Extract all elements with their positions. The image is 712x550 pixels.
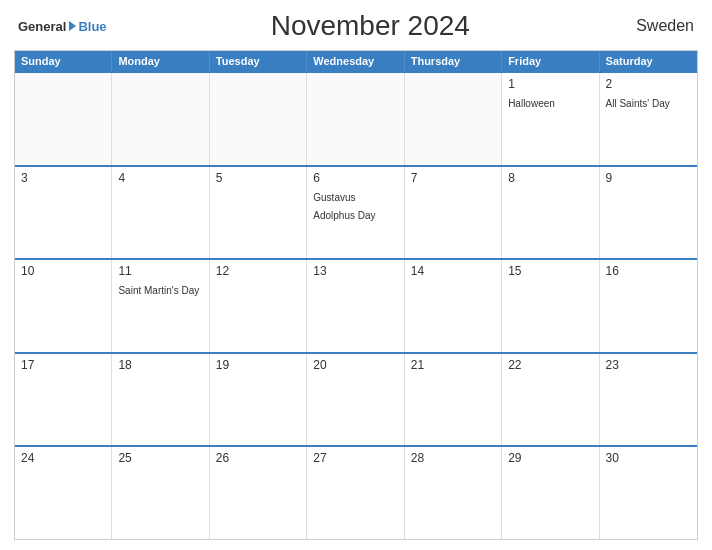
cell-event-label: Gustavus Adolphus Day: [313, 192, 375, 221]
calendar-cell: 15: [502, 260, 599, 352]
calendar-cell: [307, 73, 404, 165]
cell-date-number: 23: [606, 358, 691, 372]
calendar-cell: [405, 73, 502, 165]
cell-date-number: 1: [508, 77, 592, 91]
calendar-cell: 16: [600, 260, 697, 352]
header: General Blue November 2024 Sweden: [14, 10, 698, 42]
calendar-row-3: 17181920212223: [15, 352, 697, 446]
calendar-cell: 26: [210, 447, 307, 539]
cell-date-number: 4: [118, 171, 202, 185]
cell-event-label: All Saints' Day: [606, 98, 670, 109]
day-header-wednesday: Wednesday: [307, 51, 404, 71]
calendar-cell: 9: [600, 167, 697, 259]
calendar-cell: 21: [405, 354, 502, 446]
cell-date-number: 20: [313, 358, 397, 372]
cell-date-number: 7: [411, 171, 495, 185]
calendar-cell: 11Saint Martin's Day: [112, 260, 209, 352]
calendar-cell: 6Gustavus Adolphus Day: [307, 167, 404, 259]
calendar-cell: 19: [210, 354, 307, 446]
cell-date-number: 12: [216, 264, 300, 278]
cell-date-number: 26: [216, 451, 300, 465]
calendar-cell: 14: [405, 260, 502, 352]
calendar-cell: 10: [15, 260, 112, 352]
calendar-row-4: 24252627282930: [15, 445, 697, 539]
calendar-cell: 13: [307, 260, 404, 352]
cell-date-number: 17: [21, 358, 105, 372]
calendar-cell: 25: [112, 447, 209, 539]
cell-date-number: 6: [313, 171, 397, 185]
calendar-cell: 8: [502, 167, 599, 259]
calendar-cell: 27: [307, 447, 404, 539]
calendar-cell: 20: [307, 354, 404, 446]
cell-date-number: 16: [606, 264, 691, 278]
calendar-header: SundayMondayTuesdayWednesdayThursdayFrid…: [15, 51, 697, 71]
day-header-friday: Friday: [502, 51, 599, 71]
calendar-cell: 7: [405, 167, 502, 259]
cell-date-number: 18: [118, 358, 202, 372]
day-header-thursday: Thursday: [405, 51, 502, 71]
calendar-cell: 5: [210, 167, 307, 259]
cell-date-number: 25: [118, 451, 202, 465]
page-title: November 2024: [107, 10, 634, 42]
cell-date-number: 9: [606, 171, 691, 185]
calendar-cell: [210, 73, 307, 165]
cell-date-number: 13: [313, 264, 397, 278]
calendar-cell: 30: [600, 447, 697, 539]
calendar-cell: 18: [112, 354, 209, 446]
day-header-tuesday: Tuesday: [210, 51, 307, 71]
cell-date-number: 15: [508, 264, 592, 278]
calendar-row-2: 1011Saint Martin's Day1213141516: [15, 258, 697, 352]
logo-triangle-icon: [69, 21, 76, 31]
calendar-cell: 2All Saints' Day: [600, 73, 697, 165]
cell-date-number: 21: [411, 358, 495, 372]
calendar-cell: 24: [15, 447, 112, 539]
calendar-cell: 3: [15, 167, 112, 259]
day-header-saturday: Saturday: [600, 51, 697, 71]
calendar-cell: [112, 73, 209, 165]
cell-date-number: 22: [508, 358, 592, 372]
logo-general: General: [18, 19, 66, 34]
day-header-sunday: Sunday: [15, 51, 112, 71]
cell-event-label: Halloween: [508, 98, 555, 109]
calendar-row-1: 3456Gustavus Adolphus Day789: [15, 165, 697, 259]
calendar-cell: 22: [502, 354, 599, 446]
logo: General Blue: [18, 19, 107, 34]
cell-date-number: 10: [21, 264, 105, 278]
calendar-cell: 23: [600, 354, 697, 446]
cell-date-number: 27: [313, 451, 397, 465]
cell-date-number: 24: [21, 451, 105, 465]
calendar-cell: [15, 73, 112, 165]
cell-date-number: 8: [508, 171, 592, 185]
calendar-row-0: 1Halloween2All Saints' Day: [15, 71, 697, 165]
calendar-cell: 17: [15, 354, 112, 446]
cell-date-number: 28: [411, 451, 495, 465]
page: General Blue November 2024 Sweden Sunday…: [0, 0, 712, 550]
cell-date-number: 30: [606, 451, 691, 465]
cell-date-number: 29: [508, 451, 592, 465]
cell-date-number: 5: [216, 171, 300, 185]
cell-date-number: 19: [216, 358, 300, 372]
calendar-cell: 12: [210, 260, 307, 352]
cell-date-number: 14: [411, 264, 495, 278]
country-label: Sweden: [634, 17, 694, 35]
calendar-cell: 1Halloween: [502, 73, 599, 165]
calendar: SundayMondayTuesdayWednesdayThursdayFrid…: [14, 50, 698, 540]
cell-date-number: 2: [606, 77, 691, 91]
calendar-cell: 28: [405, 447, 502, 539]
cell-event-label: Saint Martin's Day: [118, 285, 199, 296]
calendar-body: 1Halloween2All Saints' Day3456Gustavus A…: [15, 71, 697, 539]
cell-date-number: 3: [21, 171, 105, 185]
cell-date-number: 11: [118, 264, 202, 278]
logo-blue: Blue: [78, 19, 106, 34]
day-header-monday: Monday: [112, 51, 209, 71]
calendar-cell: 4: [112, 167, 209, 259]
calendar-cell: 29: [502, 447, 599, 539]
